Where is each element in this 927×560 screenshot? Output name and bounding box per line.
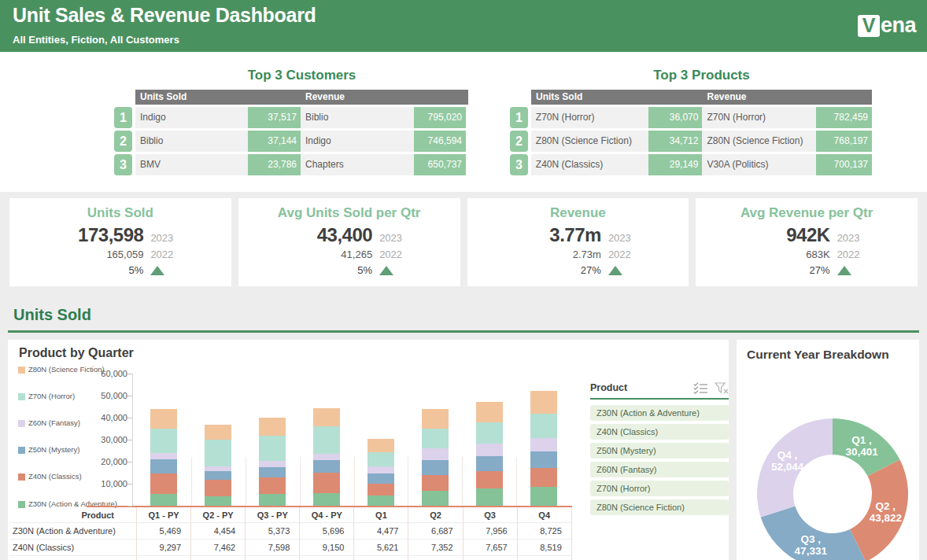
product-name: Z40N (Classics) bbox=[531, 154, 648, 175]
stacked-bar bbox=[530, 391, 557, 506]
column-separator bbox=[191, 457, 192, 506]
slicer-item[interactable]: Z80N (Science Fiction) bbox=[590, 499, 729, 515]
kpi-current-year: 2023 bbox=[837, 232, 878, 244]
up-arrow-icon bbox=[608, 266, 622, 275]
bar-segment bbox=[313, 426, 340, 454]
top3-customers-header: Units Sold Revenue bbox=[135, 90, 468, 105]
product-name: Z70N (Horror) bbox=[702, 107, 816, 128]
bar-column bbox=[137, 374, 191, 506]
kpi-delta-value: 5% bbox=[49, 264, 143, 276]
kpi-prior-year: 2022 bbox=[379, 249, 420, 260]
table-row: 2 Z80N (Science Fiction) 34,712 Z80N (Sc… bbox=[510, 131, 872, 152]
bar-segment bbox=[422, 409, 449, 429]
bar-segment bbox=[367, 496, 394, 506]
bar-segment bbox=[530, 451, 557, 468]
bar-segment bbox=[259, 461, 286, 467]
kpi-current-value: 942K bbox=[736, 224, 830, 246]
legend-swatch-icon bbox=[18, 473, 25, 481]
top3-customers-title: Top 3 Customers bbox=[135, 68, 468, 83]
bar-segment bbox=[530, 487, 557, 506]
quarter-donut-chart: Q1 ,30,401Q2 ,43,822Q3 ,47,331Q4 ,52,044 bbox=[737, 340, 919, 560]
slicer-item[interactable]: Z70N (Horror) bbox=[590, 481, 729, 496]
kpi-title: Units Sold bbox=[9, 205, 231, 221]
table-cell: Q4 bbox=[518, 507, 572, 523]
stacked-bar bbox=[259, 418, 286, 506]
revenue-value: 782,459 bbox=[816, 107, 872, 128]
section-title-units-sold: Units Sold bbox=[13, 306, 91, 324]
current-year-breakdown-panel: Current Year Breakdown Q1 ,30,401Q2 ,43,… bbox=[737, 340, 919, 560]
table-cell: 5,373 bbox=[246, 523, 300, 540]
table-cell: 4,500 bbox=[246, 556, 300, 560]
revenue-value: 700,137 bbox=[816, 154, 872, 175]
section-divider bbox=[8, 330, 919, 333]
bar-segment bbox=[476, 456, 503, 472]
kpi-prior-value: 2.73m bbox=[507, 249, 601, 260]
bar-segment bbox=[367, 484, 394, 496]
customer-name: Indigo bbox=[301, 131, 414, 152]
table-cell: 7,000 bbox=[464, 556, 518, 560]
legend-label: Z50N (Mystery) bbox=[28, 445, 79, 454]
units-value: 34,712 bbox=[648, 131, 703, 152]
bar-segment bbox=[259, 494, 286, 506]
bar-segment bbox=[530, 391, 557, 414]
slicer-item[interactable]: Z60N (Fantasy) bbox=[590, 462, 729, 477]
multi-select-icon[interactable] bbox=[693, 382, 708, 394]
bar-segment bbox=[205, 466, 231, 472]
bar-segment bbox=[150, 459, 177, 473]
kpi-row: Units Sold 173,5982023 165,0592022 5% Av… bbox=[9, 198, 918, 286]
legend-label: Z70N (Horror) bbox=[28, 392, 75, 400]
table-cell: Q2 - PY bbox=[191, 507, 246, 523]
product-name: Z80N (Science Fiction) bbox=[531, 131, 648, 152]
bar-column bbox=[516, 374, 571, 506]
bar-segment bbox=[205, 496, 231, 506]
customer-name: BMV bbox=[135, 154, 248, 175]
kpi-current-value: 43,400 bbox=[278, 224, 372, 246]
col-revenue: Revenue bbox=[703, 90, 873, 105]
rank-badge: 3 bbox=[114, 154, 132, 175]
kpi-prior-value: 41,265 bbox=[278, 249, 372, 260]
bar-segment bbox=[313, 473, 340, 493]
col-revenue: Revenue bbox=[301, 90, 466, 105]
slicer-item[interactable]: Z30N (Action & Adventure) bbox=[590, 405, 729, 421]
vena-logo-text: ena bbox=[881, 13, 916, 38]
bar-segment bbox=[150, 409, 177, 429]
bar-segment bbox=[313, 493, 340, 506]
bar-segment bbox=[367, 466, 394, 474]
y-axis-tick bbox=[127, 440, 132, 440]
top3-band: Top 3 Customers Units Sold Revenue 1 Ind… bbox=[0, 52, 927, 192]
bar-segment bbox=[259, 467, 286, 477]
units-value: 37,144 bbox=[248, 131, 301, 152]
slicer-item[interactable]: Z50N (Mystery) bbox=[590, 443, 729, 459]
clear-filter-icon[interactable] bbox=[715, 382, 729, 394]
bar-column bbox=[462, 374, 516, 506]
kpi-prior-year: 2022 bbox=[608, 249, 649, 260]
table-row: 3 BMV 23,786 Chapters 650,737 bbox=[114, 154, 468, 175]
up-arrow-icon bbox=[150, 266, 164, 275]
slicer-item[interactable]: Z40N (Classics) bbox=[590, 424, 729, 440]
table-cell: 7,657 bbox=[464, 540, 518, 556]
revenue-value: 650,737 bbox=[414, 154, 466, 175]
table-cell: 5,696 bbox=[300, 523, 354, 540]
stacked-bar bbox=[476, 402, 503, 506]
stacked-bar-plot bbox=[137, 374, 571, 506]
table-cell: Q3 - PY bbox=[246, 507, 300, 523]
y-axis-tick bbox=[127, 506, 132, 507]
table-cell: Z30N (Action & Adventure) bbox=[9, 523, 137, 540]
kpi-current-year: 2023 bbox=[379, 232, 420, 244]
bar-segment bbox=[530, 414, 557, 437]
stacked-bar bbox=[367, 439, 394, 506]
chart-title: Product by Quarter bbox=[19, 346, 134, 360]
table-cell: 7,462 bbox=[191, 540, 246, 556]
revenue-value: 746,594 bbox=[414, 131, 466, 152]
y-axis-tick bbox=[127, 418, 132, 418]
table-cell: 4,477 bbox=[354, 523, 408, 540]
slicer-title: Product bbox=[590, 382, 627, 393]
stacked-bar bbox=[313, 408, 340, 506]
bar-column bbox=[354, 374, 408, 506]
up-arrow-icon bbox=[837, 266, 851, 275]
bar-column bbox=[300, 374, 354, 506]
bar-segment bbox=[259, 477, 286, 494]
bar-segment bbox=[476, 444, 503, 455]
table-row: 2 Biblio 37,144 Indigo 746,594 bbox=[114, 131, 468, 152]
table-row: 1 Indigo 37,517 Biblio 795,020 bbox=[114, 107, 468, 128]
